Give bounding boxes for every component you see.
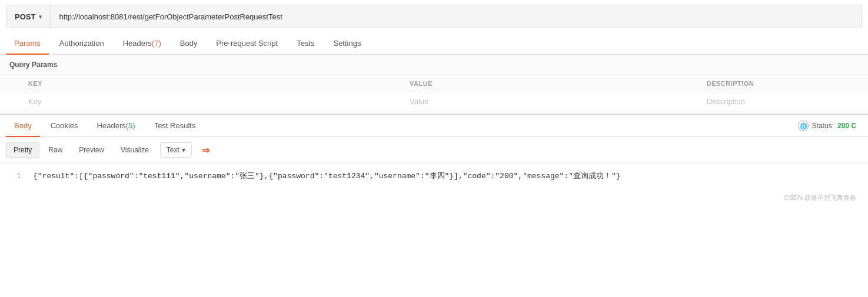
request-tabs: Params Authorization Headers(7) Body Pre…	[0, 33, 868, 55]
wrap-button[interactable]: ⇒	[198, 142, 214, 158]
format-tab-visualize[interactable]: Visualize	[113, 142, 157, 158]
format-tabs-row: Pretty Raw Preview Visualize Text ▾ ⇒	[0, 137, 868, 163]
row-checkbox-cell	[0, 92, 19, 111]
tab-body[interactable]: Body	[172, 33, 206, 55]
res-tab-body[interactable]: Body	[6, 115, 40, 137]
format-tab-preview[interactable]: Preview	[71, 142, 112, 158]
line-number: 1	[9, 171, 21, 183]
value-cell[interactable]: Value	[400, 92, 697, 111]
tab-settings[interactable]: Settings	[325, 33, 369, 55]
text-dropdown-label: Text	[167, 146, 179, 154]
col-description-header: DESCRIPTION	[697, 75, 868, 92]
tab-prerequest[interactable]: Pre-request Script	[208, 33, 286, 55]
method-selector[interactable]: POST ▾	[6, 5, 51, 28]
status-value: 200 C	[837, 122, 856, 130]
url-input[interactable]	[51, 12, 862, 21]
watermark: CSDN @谁不想飞舞青春	[0, 190, 868, 206]
tab-tests[interactable]: Tests	[288, 33, 322, 55]
tab-authorization[interactable]: Authorization	[51, 33, 112, 55]
tab-headers[interactable]: Headers(7)	[115, 33, 169, 55]
params-table: KEY VALUE DESCRIPTION Key Value Descript…	[0, 75, 868, 111]
response-content: {"result":[{"password":"test111","userna…	[33, 172, 621, 181]
response-body: 1{"result":[{"password":"test111","usern…	[0, 163, 868, 190]
url-bar: POST ▾	[6, 5, 862, 28]
tab-params[interactable]: Params	[6, 33, 49, 55]
text-dropdown-chevron: ▾	[182, 146, 185, 154]
description-cell[interactable]: Description	[697, 92, 868, 111]
col-value-header: VALUE	[400, 75, 697, 92]
query-params-title: Query Params	[0, 55, 868, 75]
response-tabs-row: Body Cookies Headers(5) Test Results 🌐 S…	[0, 115, 868, 137]
col-key-header: KEY	[19, 75, 400, 92]
method-label: POST	[15, 12, 35, 21]
table-row: Key Value Description	[0, 92, 868, 111]
text-dropdown[interactable]: Text ▾	[160, 142, 192, 158]
res-tab-headers[interactable]: Headers(5)	[89, 115, 144, 137]
col-checkbox-header	[0, 75, 19, 92]
res-tab-test-results[interactable]: Test Results	[146, 115, 204, 137]
method-chevron: ▾	[39, 14, 42, 20]
status-label: Status:	[812, 122, 834, 130]
res-tab-cookies[interactable]: Cookies	[42, 115, 87, 137]
globe-icon: 🌐	[798, 121, 809, 131]
format-tab-raw[interactable]: Raw	[41, 142, 70, 158]
format-tab-pretty[interactable]: Pretty	[6, 142, 39, 158]
response-section: Body Cookies Headers(5) Test Results 🌐 S…	[0, 114, 868, 190]
key-cell[interactable]: Key	[19, 92, 400, 111]
wrap-icon: ⇒	[202, 145, 209, 156]
response-tabs: Body Cookies Headers(5) Test Results	[6, 115, 798, 136]
status-area: 🌐 Status: 200 C	[798, 121, 862, 131]
